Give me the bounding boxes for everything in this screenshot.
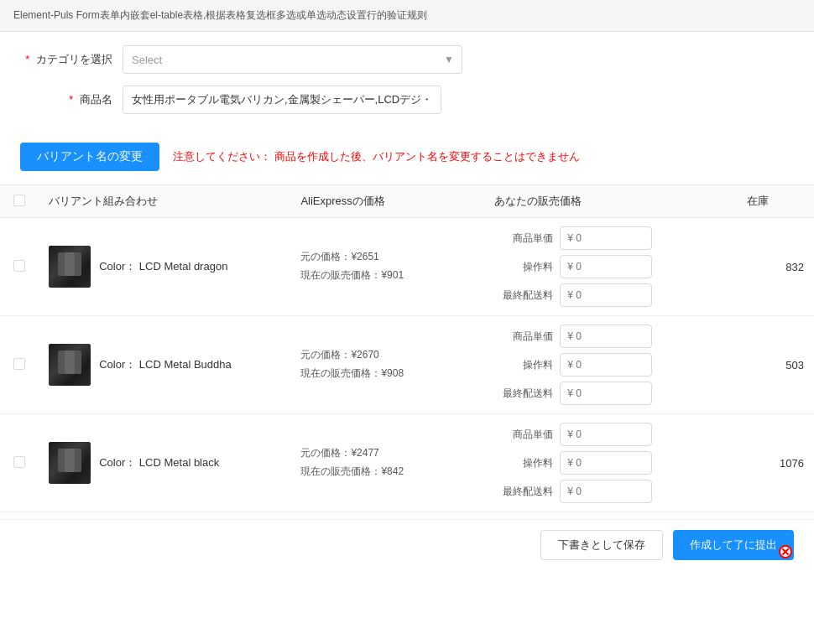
product-info: Color： LCD Metal Buddha [49,344,280,386]
product-name-input[interactable] [123,86,441,114]
stock-count-3: 1076 [747,457,804,470]
header-variant: バリアント組み合わせ [39,185,290,218]
fee-row: 操作料 [494,451,726,475]
row-checkbox-1[interactable] [13,260,25,272]
category-select[interactable]: Select [123,45,462,74]
aliexpress-price-1: 元の価格：¥2651 現在の販売価格：¥901 [300,248,474,284]
unit-price-label: 商品単価 [494,428,553,442]
product-image-1 [49,246,91,288]
row-checkbox-cell [0,414,39,512]
fee-row: 操作料 [494,353,726,377]
product-name-row: * 商品名 [20,86,794,114]
row-stock-cell: 503 [737,316,814,414]
category-label: * カテゴリを選択 [20,52,112,67]
header-checkbox-col [0,185,39,218]
aliexpress-price-3: 元の価格：¥2477 現在の販売価格：¥842 [300,444,474,480]
product-info: Color： LCD Metal black [49,442,280,484]
variant-name-3: Color： LCD Metal black [99,455,219,470]
header-selling-price: あなたの販売価格 [484,185,736,218]
row-stock-cell: 832 [737,218,814,316]
original-price-label: 元の価格：¥2651 [300,248,474,267]
warning-message: 注意してください： 商品を作成した後、バリアント名を変更することはできません [173,149,580,164]
current-price-label: 現在の販売価格：¥842 [300,463,474,481]
fee-label: 操作料 [494,456,553,470]
current-price-label: 現在の販売価格：¥908 [300,365,474,383]
fee-input-1[interactable] [560,255,652,278]
page-title: Element-Puls Form表单内嵌套el-table表格,根据表格复选框… [0,0,814,32]
product-info: Color： LCD Metal dragon [49,246,280,288]
row-checkbox-2[interactable] [13,358,25,370]
stock-count-2: 503 [747,359,804,371]
product-image-2 [49,344,91,386]
table-row: Color： LCD Metal dragon 元の価格：¥2651 現在の販売… [0,218,814,316]
header-stock: 在庫 [737,185,814,218]
table-row: Color： LCD Metal Buddha 元の価格：¥2670 現在の販売… [0,316,814,414]
shipping-row: 最終配送料 [494,382,726,405]
unit-price-input-3[interactable] [560,423,652,446]
row-checkbox-cell [0,316,39,414]
row-stock-cell: 1076 [737,414,814,512]
save-draft-button[interactable]: 下書きとして保存 [540,530,663,560]
table-header-row: バリアント組み合わせ AliExpressの価格 あなたの販売価格 在庫 [0,185,814,218]
shipping-row: 最終配送料 [494,480,726,503]
unit-price-row: 商品単価 [494,325,726,348]
required-star: * [25,53,29,65]
shipping-label: 最終配送料 [494,387,553,401]
footer-bar: 下書きとして保存 作成して了に提出 [0,519,814,570]
stock-count-1: 832 [747,261,804,273]
original-price-label: 元の価格：¥2670 [300,346,474,365]
variant-name-2: Color： LCD Metal Buddha [99,357,232,372]
product-image-3 [49,442,91,484]
unit-price-row: 商品単価 [494,423,726,446]
row-variant-cell: Color： LCD Metal Buddha [39,316,290,414]
shipping-input-1[interactable] [560,283,652,307]
price-fields-2: 商品単価 操作料 最終配送料 [494,325,726,405]
shipping-row: 最終配送料 [494,283,726,307]
unit-price-input-1[interactable] [560,226,652,250]
row-aliexpress-cell: 元の価格：¥2651 現在の販売価格：¥901 [290,218,484,316]
submit-button[interactable]: 作成して了に提出 [673,530,794,560]
product-name-label: * 商品名 [20,92,112,107]
unit-price-row: 商品単価 [494,226,726,250]
fee-input-3[interactable] [560,451,652,475]
aliexpress-price-2: 元の価格：¥2670 現在の販売価格：¥908 [300,346,474,382]
current-price-label: 現在の販売価格：¥901 [300,267,474,285]
row-selling-cell: 商品単価 操作料 最終配送料 [484,316,736,414]
unit-price-input-2[interactable] [560,325,652,348]
variant-table: バリアント組み合わせ AliExpressの価格 あなたの販売価格 在庫 Col… [0,184,814,512]
no-entry-icon [779,545,792,558]
change-variant-button[interactable]: バリアント名の変更 [20,143,159,171]
shipping-label: 最終配送料 [494,485,553,499]
unit-price-label: 商品単価 [494,231,553,246]
unit-price-label: 商品単価 [494,330,553,344]
row-variant-cell: Color： LCD Metal dragon [39,218,290,316]
price-fields-1: 商品単価 操作料 最終配送料 [494,226,726,307]
fee-input-2[interactable] [560,353,652,377]
shipping-label: 最終配送料 [494,288,553,303]
category-row: * カテゴリを選択 Select ▼ [20,45,794,74]
shipping-input-3[interactable] [560,480,652,503]
shipping-input-2[interactable] [560,382,652,405]
table-row: Color： LCD Metal black 元の価格：¥2477 現在の販売価… [0,414,814,512]
original-price-label: 元の価格：¥2477 [300,444,474,463]
variant-name-row: バリアント名の変更 注意してください： 商品を作成した後、バリアント名を変更する… [0,132,814,181]
row-aliexpress-cell: 元の価格：¥2670 現在の販売価格：¥908 [290,316,484,414]
fee-row: 操作料 [494,255,726,278]
header-aliexpress-price: AliExpressの価格 [290,185,484,218]
row-checkbox-3[interactable] [13,456,25,468]
required-star-2: * [69,93,73,106]
row-selling-cell: 商品単価 操作料 最終配送料 [484,218,736,316]
row-checkbox-cell [0,218,39,316]
header-checkbox[interactable] [13,195,25,206]
category-select-wrapper: Select ▼ [123,45,462,74]
variant-name-1: Color： LCD Metal dragon [99,259,227,274]
price-fields-3: 商品単価 操作料 最終配送料 [494,423,726,503]
row-aliexpress-cell: 元の価格：¥2477 現在の販売価格：¥842 [290,414,484,512]
fee-label: 操作料 [494,358,553,372]
row-selling-cell: 商品単価 操作料 最終配送料 [484,414,736,512]
row-variant-cell: Color： LCD Metal black [39,414,290,512]
fee-label: 操作料 [494,260,553,274]
